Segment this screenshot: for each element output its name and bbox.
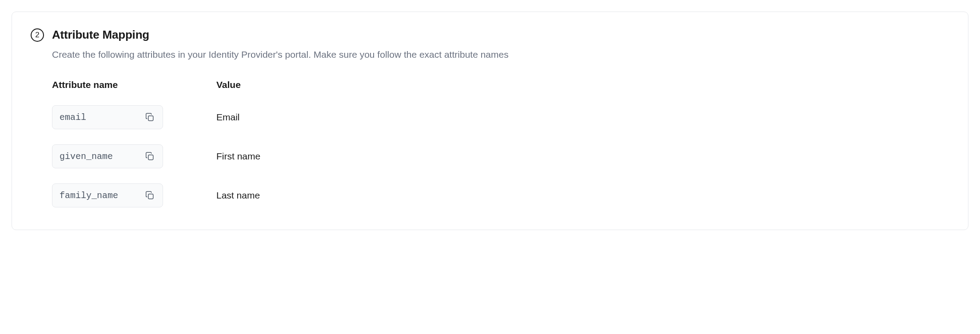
copy-icon bbox=[145, 151, 155, 161]
attribute-name: family_name bbox=[60, 191, 118, 201]
attribute-table: Attribute name Value email Email bbox=[52, 80, 949, 207]
step-number: 2 bbox=[35, 31, 39, 40]
column-header-value: Value bbox=[216, 80, 949, 90]
step-description: Create the following attributes in your … bbox=[52, 48, 949, 61]
step-header: 2 Attribute Mapping bbox=[31, 28, 949, 42]
copy-button[interactable] bbox=[143, 150, 156, 163]
attribute-value: First name bbox=[216, 151, 949, 162]
attribute-name: given_name bbox=[60, 151, 113, 162]
table-row: email Email bbox=[52, 105, 949, 129]
attribute-chip-email: email bbox=[52, 105, 163, 129]
table-header-row: Attribute name Value bbox=[52, 80, 949, 90]
step-title: Attribute Mapping bbox=[52, 28, 149, 42]
column-header-name: Attribute name bbox=[52, 80, 216, 90]
attribute-value: Last name bbox=[216, 190, 949, 201]
attribute-mapping-card: 2 Attribute Mapping Create the following… bbox=[12, 12, 968, 230]
copy-icon bbox=[145, 112, 155, 122]
copy-button[interactable] bbox=[143, 111, 156, 124]
attribute-value: Email bbox=[216, 112, 949, 123]
svg-rect-2 bbox=[148, 194, 153, 199]
step-number-badge: 2 bbox=[31, 28, 44, 42]
table-row: given_name First name bbox=[52, 144, 949, 168]
attribute-chip-given-name: given_name bbox=[52, 144, 163, 168]
attribute-chip-family-name: family_name bbox=[52, 183, 163, 207]
copy-button[interactable] bbox=[143, 189, 156, 202]
table-row: family_name Last name bbox=[52, 183, 949, 207]
svg-rect-1 bbox=[148, 155, 153, 160]
svg-rect-0 bbox=[148, 116, 153, 121]
attribute-name: email bbox=[60, 112, 86, 123]
copy-icon bbox=[145, 191, 155, 200]
